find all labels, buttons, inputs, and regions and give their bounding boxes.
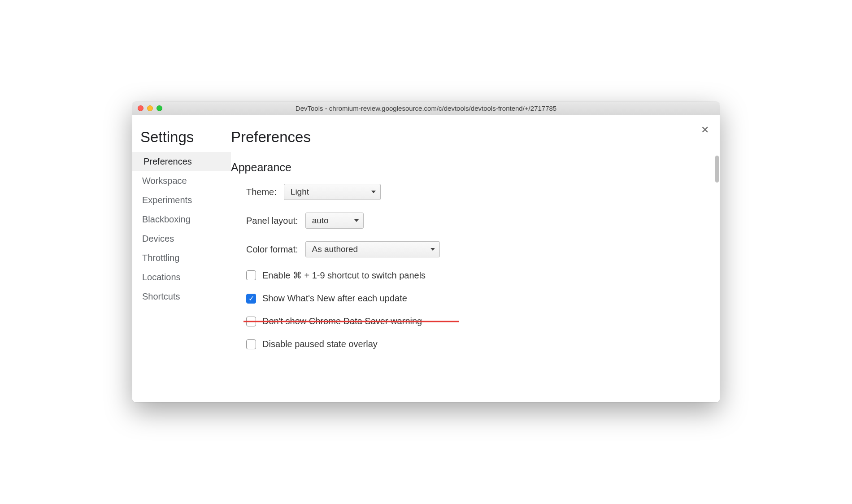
enable-shortcut-row[interactable]: Enable ⌘ + 1-9 shortcut to switch panels [246, 270, 706, 281]
theme-row: Theme: Light [246, 184, 706, 200]
theme-label: Theme: [246, 187, 277, 197]
whats-new-label: Show What's New after each update [262, 293, 407, 304]
disable-overlay-row[interactable]: Disable paused state overlay [246, 339, 706, 349]
content: ✕ Settings Preferences Workspace Experim… [132, 115, 720, 402]
sidebar-item-label: Devices [142, 234, 174, 243]
sidebar-item-blackboxing[interactable]: Blackboxing [132, 210, 231, 229]
sidebar-item-devices[interactable]: Devices [132, 229, 231, 248]
whats-new-checkbox[interactable]: ✓ [246, 294, 256, 304]
sidebar-item-workspace[interactable]: Workspace [132, 171, 231, 191]
color-format-row: Color format: As authored [246, 241, 706, 257]
sidebar-item-shortcuts[interactable]: Shortcuts [132, 287, 231, 306]
sidebar-item-label: Workspace [142, 176, 187, 186]
panel-layout-label: Panel layout: [246, 216, 298, 226]
close-window-button[interactable] [138, 105, 143, 111]
minimize-window-button[interactable] [147, 105, 153, 111]
scrollbar-thumb[interactable] [715, 156, 719, 182]
strikethrough-annotation [243, 321, 459, 322]
sidebar-item-preferences[interactable]: Preferences [132, 152, 231, 171]
sidebar-item-label: Throttling [142, 253, 179, 263]
sidebar: Settings Preferences Workspace Experimen… [132, 115, 231, 402]
color-format-label: Color format: [246, 244, 298, 255]
app-window: DevTools - chromium-review.googlesource.… [132, 102, 720, 402]
panel-layout-row: Panel layout: auto [246, 213, 706, 229]
disable-overlay-checkbox[interactable] [246, 339, 256, 349]
enable-shortcut-label: Enable ⌘ + 1-9 shortcut to switch panels [262, 270, 426, 281]
titlebar[interactable]: DevTools - chromium-review.googlesource.… [132, 102, 720, 115]
sidebar-item-label: Locations [142, 272, 181, 282]
panel-layout-select[interactable]: auto [305, 213, 364, 229]
sidebar-item-label: Blackboxing [142, 214, 191, 224]
traffic-lights [138, 105, 162, 111]
page-title: Preferences [231, 129, 706, 146]
sidebar-item-locations[interactable]: Locations [132, 268, 231, 287]
sidebar-item-label: Preferences [143, 156, 192, 166]
disable-overlay-label: Disable paused state overlay [262, 339, 378, 349]
color-format-select-value: As authored [312, 244, 358, 254]
sidebar-title: Settings [132, 129, 231, 152]
data-saver-row[interactable]: Don't show Chrome Data Saver warning [246, 316, 706, 326]
maximize-window-button[interactable] [156, 105, 162, 111]
main-panel: Preferences Appearance Theme: Light Pane… [231, 115, 720, 402]
chevron-down-icon [430, 248, 435, 251]
checkmark-icon: ✓ [248, 295, 254, 302]
theme-select-value: Light [291, 187, 309, 197]
sidebar-item-label: Experiments [142, 195, 192, 205]
color-format-select[interactable]: As authored [305, 241, 440, 257]
section-appearance-title: Appearance [231, 161, 706, 174]
enable-shortcut-checkbox[interactable] [246, 270, 256, 280]
sidebar-item-throttling[interactable]: Throttling [132, 248, 231, 268]
theme-select[interactable]: Light [284, 184, 381, 200]
sidebar-item-label: Shortcuts [142, 291, 180, 301]
section-appearance-body: Theme: Light Panel layout: auto [231, 184, 706, 349]
chevron-down-icon [354, 219, 359, 222]
sidebar-item-experiments[interactable]: Experiments [132, 191, 231, 210]
whats-new-row[interactable]: ✓ Show What's New after each update [246, 293, 706, 304]
panel-layout-select-value: auto [312, 216, 329, 226]
chevron-down-icon [371, 191, 376, 193]
window-title: DevTools - chromium-review.googlesource.… [137, 104, 715, 112]
close-icon[interactable]: ✕ [701, 125, 709, 135]
